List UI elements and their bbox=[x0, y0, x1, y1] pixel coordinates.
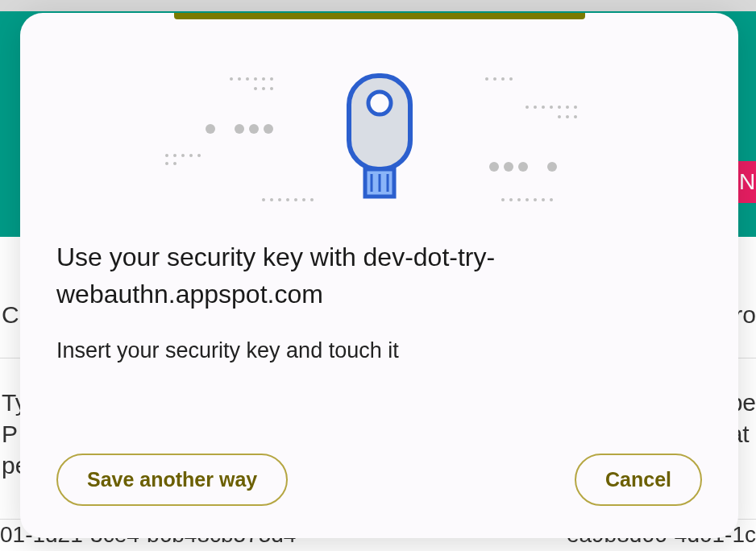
decorative-dots bbox=[501, 198, 553, 201]
bg-text-fragment: C bbox=[2, 301, 19, 329]
illustration-area bbox=[20, 13, 738, 238]
decorative-dots bbox=[165, 154, 201, 165]
decorative-dots bbox=[206, 124, 273, 134]
decorative-dots bbox=[489, 162, 557, 172]
save-another-way-button[interactable]: Save another way bbox=[56, 454, 288, 506]
decorative-dots bbox=[262, 198, 314, 201]
cancel-button[interactable]: Cancel bbox=[575, 454, 702, 506]
dialog-footer: Save another way Cancel bbox=[20, 429, 738, 538]
bg-pink-badge: N bbox=[738, 161, 756, 203]
security-key-icon bbox=[339, 69, 420, 206]
dialog-subtitle: Insert your security key and touch it bbox=[56, 336, 702, 367]
dialog-title: Use your security key with dev-dot-try-w… bbox=[56, 238, 702, 313]
decorative-dots bbox=[230, 77, 273, 90]
bg-text-line: P bbox=[2, 420, 18, 447]
decorative-dots bbox=[485, 77, 513, 81]
bg-top-stripe bbox=[0, 0, 756, 11]
security-key-dialog: Use your security key with dev-dot-try-w… bbox=[20, 13, 738, 538]
decorative-dots bbox=[525, 106, 577, 118]
svg-point-1 bbox=[368, 92, 391, 114]
dialog-content: Use your security key with dev-dot-try-w… bbox=[20, 238, 738, 429]
svg-rect-0 bbox=[349, 76, 410, 169]
